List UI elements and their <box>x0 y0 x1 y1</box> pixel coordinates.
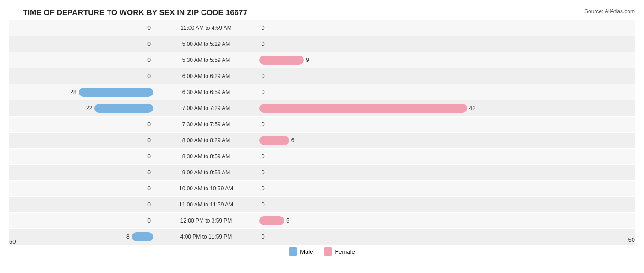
chart-container: TIME OF DEPARTURE TO WORK BY SEX IN ZIP … <box>0 0 644 273</box>
chart-area: 0 12:00 AM to 4:59 AM 0 0 5:00 AM to 5:2… <box>9 20 635 234</box>
female-value: 42 <box>469 105 475 111</box>
bar-row: 0 5:00 AM to 5:29 AM 0 <box>9 36 635 52</box>
male-value: 0 <box>147 57 151 63</box>
axis-left-value: 50 <box>9 238 16 245</box>
time-label: 7:30 AM to 7:59 AM <box>156 121 257 128</box>
legend-male-item: Male <box>289 247 313 256</box>
female-value: 0 <box>262 73 265 79</box>
left-section: 0 <box>9 41 156 47</box>
bar-row: 0 5:30 AM to 5:59 AM 9 <box>9 52 635 68</box>
bar-row: 22 7:00 AM to 7:29 AM 42 <box>9 100 635 116</box>
right-section: 0 <box>257 25 635 31</box>
male-value: 22 <box>86 105 92 111</box>
time-label: 9:00 AM to 9:59 AM <box>156 169 257 176</box>
female-bar <box>259 56 304 65</box>
time-label: 6:30 AM to 6:59 AM <box>156 89 257 95</box>
legend-female-label: Female <box>335 248 355 255</box>
bar-row: 0 10:00 AM to 10:59 AM 0 <box>9 181 635 196</box>
female-bar <box>259 216 284 225</box>
female-value: 0 <box>262 41 265 47</box>
legend: Male Female <box>9 247 635 256</box>
right-section: 42 <box>257 104 635 113</box>
time-label: 12:00 AM to 4:59 AM <box>156 25 257 31</box>
time-label: 7:00 AM to 7:29 AM <box>156 105 257 111</box>
male-value: 0 <box>147 185 151 192</box>
bar-row: 28 6:30 AM to 6:59 AM 0 <box>9 84 635 100</box>
source-label: Source: AllAtlas.com <box>584 8 635 15</box>
left-section: 0 <box>9 153 156 160</box>
bar-row: 0 7:30 AM to 7:59 AM 0 <box>9 117 635 132</box>
right-section: 5 <box>257 216 635 225</box>
male-value: 0 <box>147 201 151 208</box>
bar-row: 0 12:00 AM to 4:59 AM 0 <box>9 20 635 36</box>
time-label: 11:00 AM to 11:59 AM <box>156 201 257 208</box>
female-value: 9 <box>306 57 309 63</box>
legend-male-box <box>289 247 297 256</box>
male-value: 0 <box>147 153 151 160</box>
axis-left: 50 <box>9 236 156 246</box>
right-section: 0 <box>257 153 635 160</box>
legend-female-box <box>324 247 332 256</box>
female-bar <box>259 104 467 113</box>
time-label: 5:30 AM to 5:59 AM <box>156 57 257 63</box>
left-section: 0 <box>9 73 156 79</box>
female-value: 0 <box>262 25 265 31</box>
bar-row: 0 12:00 PM to 3:59 PM 5 <box>9 213 635 228</box>
left-section: 0 <box>9 169 156 176</box>
female-value: 0 <box>262 169 265 176</box>
time-label: 8:00 AM to 8:29 AM <box>156 137 257 144</box>
female-value: 0 <box>262 153 265 160</box>
chart-title: TIME OF DEPARTURE TO WORK BY SEX IN ZIP … <box>9 8 635 17</box>
legend-female-item: Female <box>324 247 355 256</box>
left-section: 0 <box>9 185 156 192</box>
male-bar <box>79 88 153 97</box>
male-value: 0 <box>147 73 151 79</box>
male-bar <box>94 104 153 113</box>
female-value: 0 <box>262 89 265 95</box>
axis-right-value: 50 <box>628 236 635 246</box>
left-section: 0 <box>9 217 156 224</box>
female-value: 5 <box>286 217 289 224</box>
right-section: 0 <box>257 185 635 192</box>
left-section: 0 <box>9 137 156 144</box>
left-section: 0 <box>9 57 156 63</box>
time-label: 10:00 AM to 10:59 AM <box>156 185 257 192</box>
female-bar <box>259 136 289 145</box>
right-section: 0 <box>257 89 635 95</box>
male-value: 0 <box>147 169 151 176</box>
legend-male-label: Male <box>300 248 313 255</box>
right-section: 0 <box>257 41 635 47</box>
left-section: 0 <box>9 25 156 31</box>
right-section: 0 <box>257 201 635 208</box>
right-section: 0 <box>257 121 635 128</box>
male-value: 0 <box>147 41 151 47</box>
left-section: 0 <box>9 121 156 128</box>
bar-row: 0 6:00 AM to 6:29 AM 0 <box>9 68 635 84</box>
bar-row: 0 8:00 AM to 8:29 AM 6 <box>9 133 635 148</box>
left-section: 22 <box>9 104 156 113</box>
time-label: 8:30 AM to 8:59 AM <box>156 153 257 160</box>
right-section: 0 <box>257 169 635 176</box>
left-section: 28 <box>9 88 156 97</box>
right-section: 9 <box>257 56 635 65</box>
female-value: 0 <box>262 121 265 128</box>
female-value: 6 <box>291 137 295 144</box>
left-section: 0 <box>9 201 156 208</box>
bar-row: 0 11:00 AM to 11:59 AM 0 <box>9 197 635 212</box>
axis-labels: 50 50 <box>9 236 635 246</box>
time-label: 6:00 AM to 6:29 AM <box>156 73 257 79</box>
time-label: 12:00 PM to 3:59 PM <box>156 217 257 224</box>
male-value: 28 <box>70 89 76 95</box>
male-value: 0 <box>147 25 151 31</box>
right-section: 6 <box>257 136 635 145</box>
bar-row: 0 9:00 AM to 9:59 AM 0 <box>9 165 635 180</box>
axis-right: 50 <box>257 236 635 246</box>
male-value: 0 <box>147 137 151 144</box>
male-value: 0 <box>147 121 151 128</box>
female-value: 0 <box>262 185 265 192</box>
bar-row: 0 8:30 AM to 8:59 AM 0 <box>9 149 635 164</box>
female-value: 0 <box>262 201 265 208</box>
male-value: 0 <box>147 217 151 224</box>
time-label: 5:00 AM to 5:29 AM <box>156 41 257 47</box>
right-section: 0 <box>257 73 635 79</box>
